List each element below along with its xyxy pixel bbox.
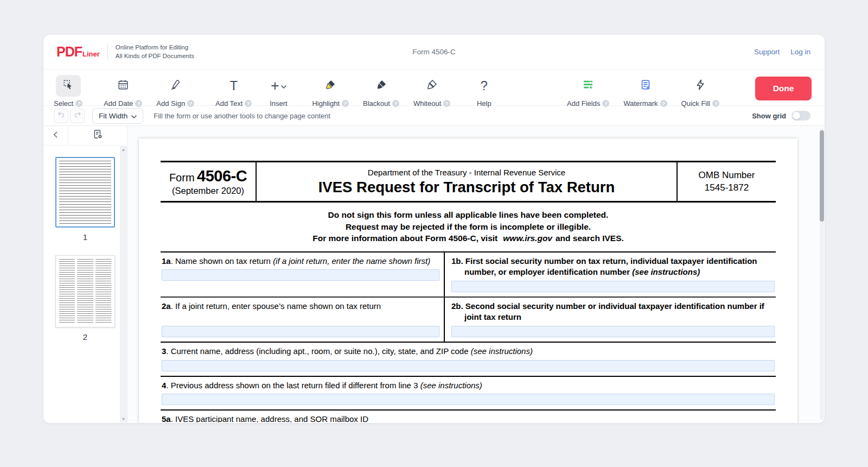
brand-area: PDFLiner Online Platform for Editing All…	[56, 43, 194, 60]
calendar-icon	[117, 79, 129, 93]
show-grid-label: Show grid	[752, 112, 786, 120]
highlight-help-badge-icon[interactable]: ?	[342, 100, 349, 107]
login-link[interactable]: Log in	[790, 48, 810, 56]
thumbnail-1-preview	[59, 161, 111, 224]
irs-url-text: www.irs.gov	[503, 234, 552, 243]
signature-pen-icon	[169, 79, 181, 93]
collapse-sidebar-button[interactable]	[43, 126, 68, 145]
watermark-tool-button[interactable]: Watermark?	[623, 75, 667, 108]
app-window: Form 4506-C PDFLiner Online Platform for…	[43, 35, 825, 423]
add-date-tool-button[interactable]: Add Date?	[104, 75, 142, 108]
add-sign-help-badge-icon[interactable]: ?	[187, 100, 194, 107]
page-2-number: 2	[43, 332, 127, 342]
form-notices: Do not sign this form unless all applica…	[161, 209, 776, 244]
add-fields-tool-button[interactable]: Add Fields?	[567, 75, 609, 108]
sidebar-scrollbar[interactable]: ▲ ▼	[120, 146, 127, 422]
quick-fill-help-badge-icon[interactable]: ?	[712, 100, 719, 107]
add-sign-tool-button[interactable]: Add Sign?	[156, 75, 194, 108]
form-department: Department of the Treasury - Internal Re…	[260, 168, 673, 177]
watermark-help-badge-icon[interactable]: ?	[660, 100, 667, 107]
form-header-table: Form 4506-C (September 2020) Department …	[161, 161, 776, 203]
quick-fill-tool-button[interactable]: Quick Fill?	[681, 75, 719, 108]
viewer-scrollbar-thumb[interactable]	[820, 130, 824, 222]
undo-button[interactable]	[54, 109, 68, 123]
redo-button[interactable]	[70, 109, 85, 123]
select-help-badge-icon[interactable]: ?	[75, 100, 82, 107]
done-button[interactable]: Done	[755, 77, 812, 100]
add-date-help-badge-icon[interactable]: ?	[135, 100, 142, 107]
field-1b: 1b. First social security number on tax …	[445, 253, 776, 296]
whiteout-brush-icon	[426, 79, 438, 93]
form-title: IVES Request for Transcript of Tax Retur…	[260, 179, 673, 196]
sidebar-header	[43, 126, 127, 146]
toolbar-right-group: Add Fields? Watermark? Quick Fill? Done	[567, 75, 812, 108]
blackout-label: Blackout	[363, 99, 390, 108]
form-row-3: 3. Current name, address (including apt.…	[161, 343, 776, 377]
form-number: 4506-C	[197, 167, 247, 185]
page-thumbnail-1[interactable]	[55, 157, 115, 228]
form-row-4: 4. Previous address shown on the last re…	[161, 377, 776, 411]
select-tool-button[interactable]: Select?	[54, 75, 82, 108]
pdfliner-logo[interactable]: PDFLiner	[56, 44, 100, 60]
page-1-number: 1	[43, 232, 127, 242]
select-icon	[62, 79, 74, 93]
document-gear-icon	[92, 129, 104, 142]
toolbar-left-group: Select? Add Date? Add Sign? T Add	[54, 75, 510, 108]
top-header: Form 4506-C PDFLiner Online Platform for…	[43, 35, 825, 70]
show-grid-toggle[interactable]	[792, 111, 810, 121]
page-thumbnail-2[interactable]	[55, 255, 115, 327]
pdf-document-page: Form 4506-C (September 2020) Department …	[139, 138, 797, 422]
main-toolbar: Select? Add Date? Add Sign? T Add	[43, 70, 825, 106]
field-1a-label: 1a. Name shown on tax return (if a joint…	[162, 256, 439, 267]
field-1b-input[interactable]	[451, 281, 775, 292]
undo-icon	[57, 110, 66, 121]
chevron-down-icon	[281, 81, 286, 91]
page-settings-button[interactable]	[68, 126, 127, 145]
insert-tool-button[interactable]: + Insert	[266, 75, 291, 108]
add-text-tool-button[interactable]: T Add Text?	[215, 75, 252, 108]
page-background: Form 4506-C PDFLiner Online Platform for…	[0, 0, 868, 467]
zoom-mode-dropdown[interactable]: Fit Width	[92, 108, 143, 124]
form-number-cell: Form 4506-C (September 2020)	[161, 162, 257, 201]
redo-icon	[73, 110, 82, 121]
add-date-label: Add Date	[104, 99, 133, 108]
form-row-5a: 5a. IVES participant name, address, and …	[161, 411, 776, 422]
blackout-tool-button[interactable]: Blackout?	[363, 75, 399, 108]
highlight-brush-icon	[324, 79, 336, 93]
help-tool-button[interactable]: ? Help	[471, 75, 496, 108]
field-2a: 2a. If a joint return, enter spouse’s na…	[161, 298, 445, 342]
add-fields-label: Add Fields	[567, 99, 600, 108]
insert-label: Insert	[270, 99, 288, 108]
scroll-down-icon[interactable]: ▼	[122, 417, 125, 421]
logo-liner-text: Liner	[82, 50, 100, 58]
field-2b-input[interactable]	[451, 326, 775, 337]
omb-number: 1545-1872	[705, 182, 749, 194]
whiteout-help-badge-icon[interactable]: ?	[443, 100, 450, 107]
whiteout-tool-button[interactable]: Whiteout?	[413, 75, 450, 108]
scroll-up-icon[interactable]: ▲	[122, 148, 125, 152]
field-1a-input[interactable]	[162, 269, 439, 281]
support-link[interactable]: Support	[754, 48, 780, 56]
editor-body: 1 2 ▲ ▼ Form 4506-C (September 2020)	[43, 126, 825, 422]
thumbnail-list: 1 2	[43, 146, 127, 342]
zoom-mode-value: Fit Width	[99, 112, 127, 120]
notice-line-2: Request may be rejected if the form is i…	[161, 221, 776, 233]
field-2a-input[interactable]	[162, 326, 439, 337]
add-fields-help-badge-icon[interactable]: ?	[602, 100, 609, 107]
field-3-input[interactable]	[162, 360, 775, 371]
show-grid-control: Show grid	[752, 111, 810, 121]
question-icon: ?	[481, 79, 488, 92]
editor-hint-text: Fill the form or use another tools to ch…	[154, 112, 330, 120]
blackout-help-badge-icon[interactable]: ?	[392, 100, 399, 107]
add-text-help-badge-icon[interactable]: ?	[245, 100, 252, 107]
field-4-input[interactable]	[162, 394, 775, 405]
lightning-bolt-icon	[694, 79, 706, 93]
pages-sidebar: 1 2 ▲ ▼	[43, 126, 127, 422]
form-row-2: 2a. If a joint return, enter spouse’s na…	[161, 298, 776, 343]
field-3-label: 3. Current name, address (including apt.…	[162, 346, 775, 357]
chevron-down-icon	[131, 112, 137, 120]
omb-cell: OMB Number 1545-1872	[678, 162, 776, 201]
highlight-tool-button[interactable]: Highlight?	[312, 75, 349, 108]
add-fields-icon	[582, 79, 594, 93]
whiteout-label: Whiteout	[413, 99, 441, 108]
